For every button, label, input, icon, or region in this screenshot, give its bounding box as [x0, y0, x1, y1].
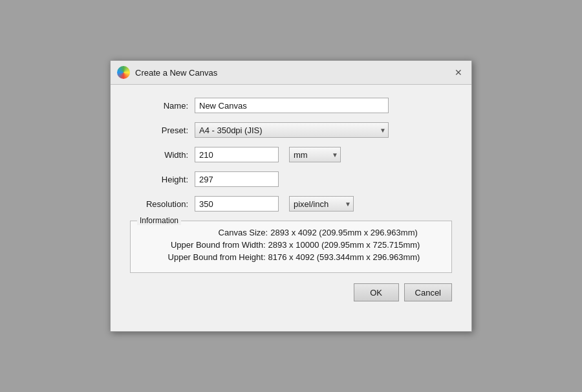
unit-wrapper: mm cm inch px ▼: [284, 147, 341, 162]
cancel-button[interactable]: Cancel: [404, 283, 452, 301]
width-label: Width:: [130, 150, 195, 160]
close-button[interactable]: ✕: [452, 66, 465, 79]
canvas-size-label: Canvas Size:: [164, 228, 268, 237]
canvas-size-value: 2893 x 4092 (209.95mm x 296.963mm): [270, 228, 418, 237]
create-canvas-dialog: Create a New Canvas ✕ Name: Preset: A4 -…: [110, 60, 472, 332]
button-row: OK Cancel: [130, 283, 452, 307]
name-label: Name:: [130, 101, 195, 111]
name-row: Name:: [130, 98, 452, 113]
dialog-title: Create a New Canvas: [135, 68, 217, 78]
canvas-size-row: Canvas Size: 2893 x 4092 (209.95mm x 296…: [140, 228, 442, 237]
preset-label: Preset:: [130, 125, 195, 135]
title-bar: Create a New Canvas ✕: [111, 61, 471, 85]
upper-width-label: Upper Bound from Width:: [162, 240, 266, 250]
ok-button[interactable]: OK: [354, 283, 399, 301]
unit-select-wrapper: mm cm inch px ▼: [289, 147, 341, 162]
upper-height-label: Upper Bound from Height:: [162, 252, 266, 262]
wh-group: Width: Height:: [130, 147, 279, 187]
upper-height-value: 8176 x 4092 (593.344mm x 296.963mm): [268, 252, 420, 262]
info-legend: Information: [137, 216, 181, 225]
title-bar-left: Create a New Canvas: [117, 66, 217, 79]
app-icon: [117, 66, 130, 79]
preset-wrapper: A4 - 350dpi (JIS) A4 - 300dpi A4 - 150dp…: [195, 122, 389, 138]
unit-select[interactable]: mm cm inch px: [289, 147, 341, 162]
upper-width-value: 2893 x 10000 (209.95mm x 725.715mm): [268, 240, 420, 250]
preset-select[interactable]: A4 - 350dpi (JIS) A4 - 300dpi A4 - 150dp…: [195, 122, 389, 138]
upper-height-row: Upper Bound from Height: 8176 x 4092 (59…: [140, 252, 442, 262]
height-row: Height:: [130, 171, 279, 187]
resolution-label: Resolution:: [130, 199, 195, 209]
height-input[interactable]: [195, 171, 279, 187]
height-label: Height:: [130, 175, 195, 184]
information-section: Information Canvas Size: 2893 x 4092 (20…: [130, 221, 452, 273]
dialog-body: Name: Preset: A4 - 350dpi (JIS) A4 - 300…: [111, 85, 471, 317]
upper-width-row: Upper Bound from Width: 2893 x 10000 (20…: [140, 240, 442, 250]
width-row: Width:: [130, 147, 279, 162]
width-input[interactable]: [195, 147, 279, 162]
resolution-unit-select[interactable]: pixel/inch pixel/cm: [289, 196, 354, 212]
name-input[interactable]: [195, 98, 389, 113]
resolution-row: Resolution: pixel/inch pixel/cm ▼: [130, 196, 452, 212]
preset-row: Preset: A4 - 350dpi (JIS) A4 - 300dpi A4…: [130, 122, 452, 138]
resolution-unit-wrapper: pixel/inch pixel/cm ▼: [284, 196, 354, 212]
resolution-input[interactable]: [195, 196, 279, 212]
